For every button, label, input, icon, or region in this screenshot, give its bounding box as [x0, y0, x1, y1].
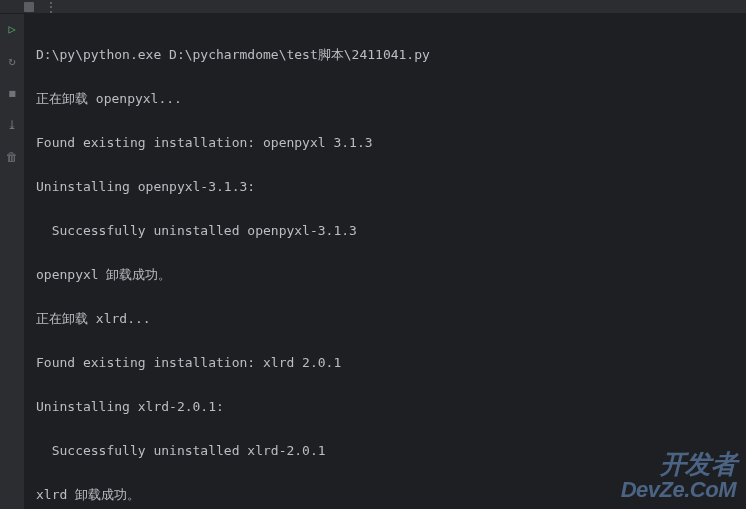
- console-line: xlrd 卸载成功。: [36, 484, 734, 506]
- console-line: 正在卸载 openpyxl...: [36, 88, 734, 110]
- console-main-area: ▷ ↻ ◼ ⤓ 🗑 D:\py\python.exe D:\pycharmdom…: [0, 14, 746, 509]
- console-line: Uninstalling openpyxl-3.1.3:: [36, 176, 734, 198]
- stop-button[interactable]: [24, 2, 34, 12]
- download-icon[interactable]: ⤓: [5, 118, 19, 132]
- console-line: Successfully uninstalled xlrd-2.0.1: [36, 440, 734, 462]
- console-line: Found existing installation: xlrd 2.0.1: [36, 352, 734, 374]
- console-line: Uninstalling xlrd-2.0.1:: [36, 396, 734, 418]
- console-line: Found existing installation: openpyxl 3.…: [36, 132, 734, 154]
- console-line: Successfully uninstalled openpyxl-3.1.3: [36, 220, 734, 242]
- trash-icon[interactable]: 🗑: [5, 150, 19, 164]
- run-icon[interactable]: ▷: [5, 22, 19, 36]
- console-toolbar: ⋮: [0, 0, 746, 14]
- console-gutter: ▷ ↻ ◼ ⤓ 🗑: [0, 14, 24, 509]
- more-menu-icon[interactable]: ⋮: [44, 0, 59, 15]
- console-line: 正在卸载 xlrd...: [36, 308, 734, 330]
- console-output[interactable]: D:\py\python.exe D:\pycharmdome\test脚本\2…: [24, 14, 746, 509]
- rerun-icon[interactable]: ↻: [5, 54, 19, 68]
- stop-icon[interactable]: ◼: [5, 86, 19, 100]
- console-line: D:\py\python.exe D:\pycharmdome\test脚本\2…: [36, 44, 734, 66]
- console-line: openpyxl 卸载成功。: [36, 264, 734, 286]
